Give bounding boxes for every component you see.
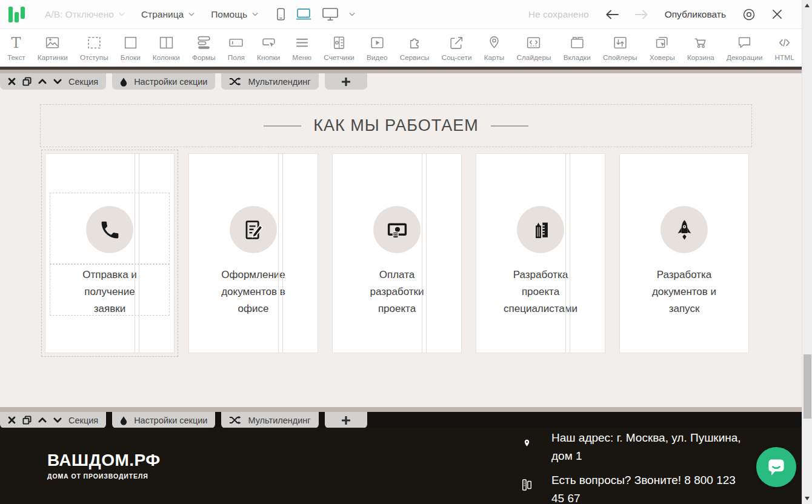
- step-icon-circle[interactable]: [86, 206, 133, 253]
- toolbar-item-label: Вкладки: [564, 53, 591, 62]
- spacing-icon: [86, 35, 102, 51]
- multilanding-tab[interactable]: Мультилендинг: [221, 412, 318, 428]
- toolbar-item-label: Карты: [484, 53, 505, 62]
- hovers-icon: [654, 35, 670, 51]
- publish-button[interactable]: Опубликовать: [665, 9, 726, 20]
- multilanding-label: Мультилендинг: [248, 416, 310, 425]
- toolbar-item[interactable]: T Текст: [7, 35, 25, 62]
- page-footer-section: ВАШДОМ.РФ ДОМА ОТ ПРОИЗВОДИТЕЛЯ Наш адре…: [0, 428, 802, 504]
- section-tab[interactable]: Секция: [0, 73, 106, 90]
- mobile-icon[interactable]: [277, 8, 285, 21]
- toolbar-item[interactable]: Блоки: [121, 35, 141, 62]
- toolbar-item[interactable]: Сервисы: [400, 35, 430, 62]
- toolbar-item-label: Видео: [367, 53, 387, 62]
- toolbar-item[interactable]: Колонки: [153, 35, 180, 62]
- preview-eye-icon[interactable]: [742, 8, 756, 21]
- app-logo[interactable]: [8, 7, 25, 22]
- step-icon-circle[interactable]: [373, 206, 421, 253]
- vertical-scrollbar[interactable]: [802, 0, 812, 504]
- toolbar-item-label: Текст: [7, 53, 25, 62]
- section-settings-tab[interactable]: Настройки секции: [112, 412, 215, 428]
- delete-icon[interactable]: [8, 416, 16, 424]
- step-icon-circle[interactable]: [661, 206, 708, 253]
- toolbar-item[interactable]: Кнопки: [257, 35, 280, 62]
- footer-logo[interactable]: ВАШДОМ.РФ ДОМА ОТ ПРОИЗВОДИТЕЛЯ: [47, 451, 161, 480]
- toolbar-item[interactable]: Карты: [484, 35, 505, 62]
- toolbar-item[interactable]: Ховеры: [650, 35, 675, 62]
- chevron-down-icon: [188, 13, 195, 16]
- toolbar-item[interactable]: Слайдеры: [516, 35, 551, 62]
- footer-address-row[interactable]: Наш адрес: г. Москва, ул. Пушкина, дом 1: [520, 429, 750, 465]
- toolbar-item[interactable]: Формы: [192, 35, 216, 62]
- columns-icon: [158, 35, 175, 51]
- toolbar-item[interactable]: Отступы: [80, 35, 108, 62]
- add-section-button[interactable]: [325, 73, 367, 90]
- pencil-ruler-icon: [530, 219, 552, 241]
- section-tab[interactable]: Секция: [0, 412, 106, 428]
- toolbar-item[interactable]: Вкладки: [564, 35, 591, 62]
- ab-test-toggle[interactable]: A/B: Отключено: [45, 9, 125, 20]
- move-down-icon[interactable]: [53, 79, 62, 84]
- toolbar-item[interactable]: Счетчики: [324, 35, 354, 62]
- counters-icon: [331, 35, 347, 51]
- step-card[interactable]: Оплата разработки проекта: [332, 153, 462, 353]
- toolbar-item[interactable]: Видео: [367, 35, 387, 62]
- toolbar-item[interactable]: Декорации: [727, 35, 762, 62]
- scroll-up-arrow[interactable]: [805, 4, 810, 7]
- plus-icon: [342, 78, 350, 86]
- column-divider[interactable]: [135, 153, 139, 353]
- step-card[interactable]: Отправка и получение заявки: [45, 153, 175, 353]
- delete-icon[interactable]: [8, 78, 16, 85]
- move-down-icon[interactable]: [53, 417, 62, 423]
- redo-arrow-icon[interactable]: [635, 10, 648, 19]
- toolbar-item[interactable]: Корзина: [687, 35, 714, 62]
- device-menu[interactable]: [349, 13, 355, 16]
- help-menu[interactable]: Помощь: [211, 9, 258, 20]
- step-caption[interactable]: Разработка документов и запуск: [647, 267, 722, 317]
- toolbar-item[interactable]: Меню: [292, 35, 311, 62]
- text-icon: T: [8, 35, 24, 51]
- rocket-icon: [673, 219, 696, 241]
- section-settings-tab[interactable]: Настройки секции: [112, 73, 215, 90]
- close-icon[interactable]: [772, 9, 782, 19]
- desktop-icon[interactable]: [322, 8, 338, 21]
- column-divider[interactable]: [278, 153, 283, 353]
- toolbar-item-label: Кнопки: [257, 53, 280, 62]
- step-card[interactable]: Разработка проекта специалистами: [476, 153, 605, 353]
- step-icon-circle[interactable]: [230, 206, 277, 253]
- toolbar-item[interactable]: HTML: [775, 35, 794, 62]
- scroll-down-arrow[interactable]: [805, 497, 810, 500]
- move-up-icon[interactable]: [38, 417, 47, 423]
- title-dash-right: [491, 125, 528, 127]
- toolbar-item[interactable]: Поля: [228, 35, 245, 62]
- chat-widget-button[interactable]: [756, 447, 796, 487]
- toolbar-item[interactable]: Картинки: [38, 35, 68, 62]
- scrollbar-thumb[interactable]: [804, 354, 811, 419]
- column-divider[interactable]: [422, 153, 427, 353]
- footer-phone-text[interactable]: Есть вопросы? Звоните! 8 800 123 45 67: [551, 471, 747, 504]
- column-divider[interactable]: [565, 153, 570, 353]
- undo-arrow-icon[interactable]: [605, 10, 619, 19]
- section-title-block[interactable]: КАК МЫ РАБОТАЕМ: [40, 104, 752, 147]
- laptop-icon[interactable]: [296, 8, 311, 20]
- forms-icon: [196, 35, 212, 51]
- add-section-button[interactable]: [325, 412, 367, 428]
- duplicate-icon[interactable]: [22, 77, 32, 86]
- menu-icon: [294, 35, 310, 51]
- page-menu[interactable]: Страница: [141, 9, 195, 20]
- step-card[interactable]: Разработка документов и запуск: [619, 153, 749, 353]
- footer-address-text[interactable]: Наш адрес: г. Москва, ул. Пушкина, дом 1: [551, 429, 747, 465]
- step-icon-circle[interactable]: [517, 206, 564, 253]
- widgets-toolbar: T Текст Картинки Отступы Блоки Колонки: [0, 30, 802, 67]
- section-title[interactable]: КАК МЫ РАБОТАЕМ: [313, 116, 479, 135]
- footer-phone-row[interactable]: Есть вопросы? Звоните! 8 800 123 45 67: [520, 471, 750, 504]
- toolbar-item[interactable]: Соц-сети: [442, 35, 472, 62]
- chevron-down-icon: [349, 13, 355, 16]
- section-settings-label: Настройки секции: [134, 77, 207, 87]
- multilanding-tab[interactable]: Мультилендинг: [221, 73, 318, 90]
- step-card[interactable]: Оформление документов в офисе: [188, 153, 318, 353]
- move-up-icon[interactable]: [38, 79, 47, 84]
- toolbar-item[interactable]: Спойлеры: [603, 35, 637, 62]
- duplicate-icon[interactable]: [22, 416, 32, 425]
- shuffle-icon: [229, 77, 241, 86]
